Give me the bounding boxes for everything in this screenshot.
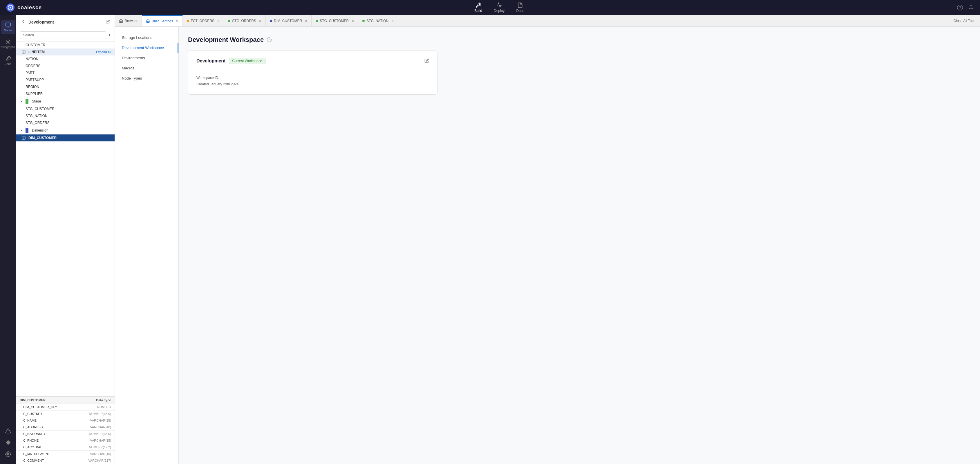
info-icon[interactable] [267, 37, 272, 42]
tab-stg-orders[interactable]: STG_ORDERS × [224, 15, 266, 27]
warning-icon [5, 428, 11, 434]
col-row-c-mktsegment: C_MKTSEGMENT VARCHAR(10) [16, 451, 115, 457]
workspace-card: Development Current Workspace Workspace … [188, 51, 438, 95]
columns-header: DIM_CUSTOMER Data Type [16, 397, 115, 404]
icon-sidebar-bottom [1, 426, 15, 464]
tab-dim-customer[interactable]: DIM_CUSTOMER × [266, 15, 312, 27]
tree-item-stg-customer[interactable]: STG_CUSTOMER [16, 105, 115, 112]
logo-text: coalesce [18, 5, 42, 11]
workspace-card-header: Development Current Workspace [196, 58, 429, 64]
tab-fct-orders[interactable]: FCT_ORDERS × [183, 15, 224, 27]
tab-stg-nation-close[interactable]: × [390, 19, 394, 23]
svg-point-1 [10, 7, 11, 8]
col-row-dim-customer-key: DIM_CUSTOMER_KEY NUMBER [16, 404, 115, 411]
svg-marker-9 [6, 440, 11, 445]
tree-item-part[interactable]: PART [16, 69, 115, 77]
tree-item-stg-nation[interactable]: STG_NATION [16, 112, 115, 120]
add-node-button[interactable]: + [108, 32, 111, 38]
file-sidebar-header: Development [16, 15, 115, 29]
edit-pencil-icon [425, 58, 429, 63]
tab-stg-nation[interactable]: STG_NATION × [358, 15, 398, 27]
tree-item-lineitem[interactable]: ⠿ LINEITEM Expand All [16, 48, 115, 56]
settings-nav: Storage Locations Development Workspace … [115, 27, 179, 464]
tab-stg-nation-label: STG_NATION [366, 19, 388, 23]
card-divider [196, 70, 429, 70]
settings-nav-development-workspace[interactable]: Development Workspace [115, 43, 178, 53]
tab-browser[interactable]: Browser [115, 15, 142, 27]
help-icon[interactable] [957, 4, 963, 11]
user-icon[interactable] [968, 4, 974, 11]
sidebar-item-jobs[interactable]: Jobs [1, 53, 15, 68]
coalesce-logo-icon [6, 3, 15, 12]
tree-item-supplier[interactable]: SUPPLIER [16, 90, 115, 97]
col-row-c-comment: C_COMMENT VARCHAR(117) [16, 457, 115, 464]
logo: coalesce [6, 3, 42, 12]
tree-group-dimension[interactable]: ▾ Dimension [16, 126, 115, 134]
tab-build-settings-close[interactable]: × [175, 19, 178, 23]
edit-workspace-button[interactable] [106, 19, 110, 24]
page-title: Development Workspace [188, 36, 264, 43]
settings-tab-icon [146, 19, 150, 23]
tab-fct-orders-label: FCT_ORDERS [191, 19, 215, 23]
content-area: Browser Build Settings × FCT_ORDERS × ST… [115, 15, 980, 464]
svg-point-10 [8, 454, 9, 455]
tab-stg-customer-label: STG_CUSTOMER [320, 19, 349, 23]
close-all-tabs-button[interactable]: Close All Tabs [949, 19, 980, 23]
nav-build[interactable]: Build [474, 2, 482, 13]
tree-item-region[interactable]: REGION [16, 83, 115, 90]
current-workspace-badge: Current Workspace [229, 58, 265, 64]
tab-fct-orders-close[interactable]: × [216, 19, 220, 23]
settings-nav-node-types[interactable]: Node Types [115, 73, 178, 83]
search-input[interactable] [20, 31, 106, 39]
settings-nav-environments[interactable]: Environments [115, 53, 178, 63]
tree-item-stg-orders[interactable]: STG_ORDERS [16, 120, 115, 126]
sidebar-item-diamond[interactable] [1, 437, 15, 448]
svg-point-6 [8, 41, 9, 43]
tree-item-partsupp[interactable]: PARTSUPP [16, 77, 115, 83]
main-layout: Nodes Subgraphs Jobs [0, 15, 980, 464]
nav-docs[interactable]: Docs [516, 2, 524, 13]
icon-sidebar: Nodes Subgraphs Jobs [0, 15, 16, 464]
tree-item-orders[interactable]: ORDERS [16, 62, 115, 69]
file-sidebar: Development + CUSTOMER ⠿ LINEITEM Expand… [16, 15, 115, 464]
jobs-icon [5, 56, 11, 62]
search-bar: + [16, 29, 115, 41]
expand-all-button[interactable]: Expand All [96, 50, 111, 54]
col-row-c-address: C_ADDRESS VARCHAR(40) [16, 424, 115, 431]
svg-rect-5 [6, 23, 11, 26]
settings-nav-storage-locations[interactable]: Storage Locations [115, 32, 178, 43]
nav-deploy[interactable]: Deploy [494, 2, 504, 13]
tab-stg-orders-dot [228, 20, 230, 22]
svg-point-13 [147, 21, 148, 22]
tree-item-customer[interactable]: CUSTOMER [16, 41, 115, 48]
tab-dim-customer-close[interactable]: × [304, 19, 307, 23]
sidebar-item-nodes[interactable]: Nodes [1, 20, 15, 34]
top-nav: coalesce Build Deploy Docs [0, 0, 980, 15]
tab-stg-customer-close[interactable]: × [350, 19, 354, 23]
subgraphs-icon [5, 39, 11, 45]
tab-stg-orders-close[interactable]: × [258, 19, 261, 23]
svg-point-2 [958, 5, 963, 10]
sidebar-item-settings[interactable] [1, 449, 15, 459]
col-row-c-name: C_NAME VARCHAR(25) [16, 417, 115, 424]
edit-workspace-card-button[interactable] [425, 58, 429, 64]
back-button[interactable] [21, 19, 25, 25]
col-header-name: DIM_CUSTOMER [20, 399, 65, 402]
svg-point-4 [970, 5, 972, 7]
tab-build-settings[interactable]: Build Settings × [142, 15, 183, 27]
tree-item-dim-customer[interactable]: ⠿ DIM_CUSTOMER [16, 134, 115, 141]
sidebar-item-warning[interactable] [1, 426, 15, 436]
workspace-id: Workspace ID: 1 [196, 75, 429, 81]
tab-stg-nation-dot [362, 20, 365, 22]
tab-stg-customer[interactable]: STG_CUSTOMER × [312, 15, 358, 27]
tree-item-nation[interactable]: NATION [16, 56, 115, 62]
workspace-card-name: Development [196, 58, 226, 64]
top-nav-center: Build Deploy Docs [474, 2, 524, 13]
col-row-c-nationkey: C_NATIONKEY NUMBER(38,0) [16, 431, 115, 437]
col-header-type: Data Type [65, 399, 111, 402]
top-nav-right [957, 4, 974, 11]
sidebar-item-subgraphs[interactable]: Subgraphs [1, 37, 15, 51]
tree-group-stage[interactable]: ▾ Stage [16, 97, 115, 105]
settings-nav-macros[interactable]: Macros [115, 63, 178, 73]
tab-dim-customer-dot [270, 20, 272, 22]
